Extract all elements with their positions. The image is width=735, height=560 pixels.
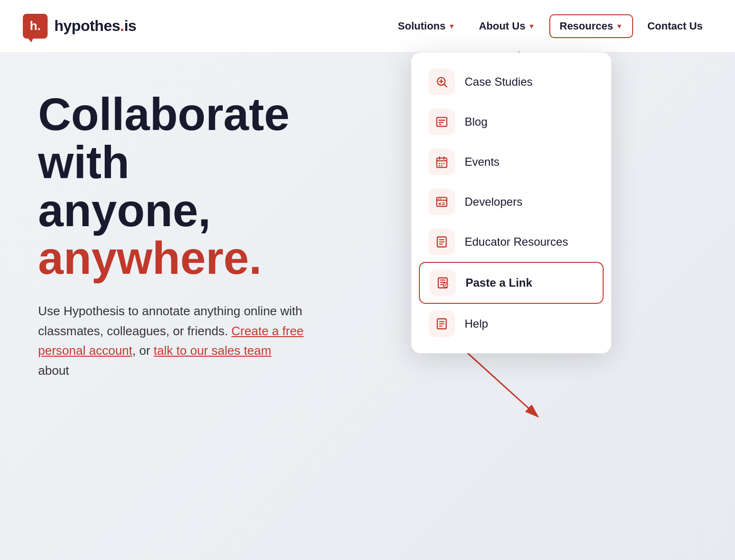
paste-link-label: Paste a Link — [466, 276, 532, 290]
svg-rect-7 — [439, 124, 441, 125]
blog-label: Blog — [465, 115, 487, 129]
case-studies-icon-wrap — [428, 69, 455, 95]
educator-resources-icon-wrap — [428, 229, 455, 255]
nav-about[interactable]: About Us ▼ — [469, 15, 545, 37]
anywhere-text: anywhere. — [38, 232, 262, 283]
resources-label: Resources — [560, 20, 614, 32]
developers-label: Developers — [465, 195, 522, 209]
case-studies-label: Case Studies — [465, 75, 533, 89]
svg-point-15 — [439, 165, 440, 167]
nav-solutions[interactable]: Solutions ▼ — [388, 15, 465, 37]
help-label: Help — [465, 317, 488, 330]
navigation: h. hypothes.is Solutions ▼ About Us ▼ Re… — [0, 0, 735, 52]
svg-line-1 — [444, 84, 447, 87]
sales-team-link[interactable]: talk to our sales team — [154, 343, 271, 358]
events-icon — [435, 155, 448, 169]
nav-resources[interactable]: Resources ▼ — [549, 14, 633, 38]
events-icon-wrap — [428, 149, 455, 175]
case-studies-icon — [435, 75, 448, 89]
nav-links: Solutions ▼ About Us ▼ Resources ▼ Conta… — [388, 14, 712, 38]
svg-point-13 — [441, 163, 443, 164]
dropdown-item-developers[interactable]: Developers — [419, 182, 604, 222]
logo-area: h. hypothes.is — [23, 14, 388, 39]
about-chevron-icon: ▼ — [528, 22, 535, 30]
dropdown-item-case-studies[interactable]: Case Studies — [419, 62, 604, 102]
dropdown-item-blog[interactable]: Blog — [419, 102, 604, 142]
solutions-chevron-icon: ▼ — [448, 22, 455, 30]
about-label: About Us — [479, 20, 526, 32]
paste-link-icon-wrap — [429, 270, 456, 296]
events-label: Events — [465, 155, 499, 169]
svg-point-20 — [440, 198, 441, 199]
developers-icon-wrap — [428, 189, 455, 215]
logo-icon[interactable]: h. — [23, 14, 48, 39]
resources-chevron-icon: ▼ — [616, 22, 623, 30]
educator-resources-label: Educator Resources — [465, 235, 568, 249]
dropdown-item-paste-link[interactable]: Paste a Link — [419, 262, 604, 304]
help-icon-wrap — [428, 310, 455, 337]
blog-icon — [435, 115, 448, 129]
paste-link-icon — [436, 276, 449, 290]
logo-text[interactable]: hypothes.is — [54, 17, 136, 35]
svg-point-19 — [438, 198, 439, 199]
svg-point-14 — [443, 163, 445, 164]
logo-dot: . — [120, 17, 124, 34]
main-content: Collaborate with anyone, anywhere. Use H… — [0, 52, 735, 381]
svg-point-12 — [439, 163, 440, 164]
help-icon — [435, 317, 448, 330]
dropdown-item-educator-resources[interactable]: Educator Resources — [419, 222, 604, 262]
solutions-label: Solutions — [398, 20, 446, 32]
developers-icon — [435, 195, 448, 209]
hero-headline: Collaborate with anyone, anywhere. — [38, 90, 333, 282]
nav-contact[interactable]: Contact Us — [638, 15, 712, 37]
hero-subtext: Use Hypothesis to annotate anything onli… — [38, 301, 305, 380]
blog-icon-wrap — [428, 109, 455, 135]
educator-resources-icon — [435, 235, 448, 249]
resources-dropdown: Case Studies Blog — [411, 52, 611, 353]
dropdown-item-help[interactable]: Help — [419, 304, 604, 344]
dropdown-item-events[interactable]: Events — [419, 142, 604, 182]
svg-point-16 — [441, 165, 443, 167]
